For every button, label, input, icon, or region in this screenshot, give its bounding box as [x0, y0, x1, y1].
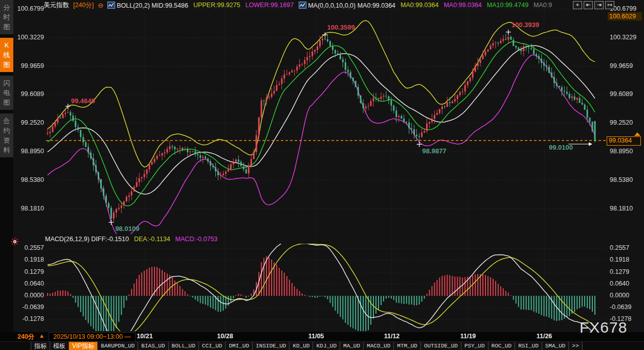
x-date-10/28: 10/28: [217, 333, 233, 340]
header-indicator-text: LOWER:99.1697: [246, 2, 294, 9]
macd-pane[interactable]: [47, 240, 595, 332]
sidebar-item-3[interactable]: 合 约 资 料: [0, 113, 13, 157]
toolbar-item-barupdnud[interactable]: BARUPDN_UD: [98, 342, 138, 350]
macd-tick-right-4: 0.0000: [610, 292, 629, 299]
collapse-icon[interactable]: ⊖: [98, 2, 103, 9]
brand-watermark: FX678: [580, 319, 627, 336]
chart-canvas[interactable]: 99.464998.0109100.359998.9877100.393999.…: [0, 0, 644, 332]
toolbar-item-[interactable]: 模板: [50, 342, 69, 350]
price-tick-right-5: 98.8950: [610, 148, 633, 155]
macd-tick-right-1: 0.1918: [610, 256, 629, 263]
macd-indicator-values: MACD(26,12,9) DIFF:-0.1510DEA:-0.1134MAC…: [45, 236, 217, 243]
toolbar-item-outsideud[interactable]: OUTSIDE_UD: [421, 342, 461, 350]
diff-line: [48, 240, 595, 332]
macd-tick-left-2: 0.1279: [14, 268, 44, 275]
macd-tick-left-6: -0.1278: [14, 315, 44, 322]
header-indicator-value: UPPER:99.9275: [193, 2, 240, 9]
header-indicator-value: MA10:99.4749: [487, 2, 528, 9]
toolbar-item-vip[interactable]: VIP指标: [69, 342, 98, 350]
period-label[interactable]: [240分]: [73, 1, 94, 10]
boll-mid-line: [48, 45, 595, 194]
x-axis-row: 240分 ▲ 2025/10/13 09:00~13:00 — 10/2110/…: [0, 332, 644, 341]
chart-header: 美元指数 [240分] ⊖ BOLL(20,2) MID:99.5486UPPE…: [43, 1, 552, 9]
price-tick-right-2: 99.9659: [610, 62, 633, 69]
toolbar-item-cciud[interactable]: CCI_UD: [199, 342, 226, 350]
toolbar-item-rsiud[interactable]: RSI_UD: [515, 342, 542, 350]
move-icon[interactable]: +: [573, 1, 582, 9]
toolbar-item-[interactable]: 指标: [31, 342, 50, 350]
header-indicator-text: MA(0,0,0,10,0,0) MA0:99.0364: [308, 2, 395, 9]
macd-tick-right-2: 0.1279: [610, 268, 629, 275]
expand-x-axis-icon[interactable]: ⇥: [594, 1, 604, 9]
price-pane[interactable]: [47, 20, 596, 238]
header-indicator-text: BOLL(20,2) MID:99.5486: [117, 2, 188, 9]
compress-x-axis-icon[interactable]: ⇤: [584, 1, 593, 9]
indicator-toolbar: 指标模板VIP指标BARUPDN_UDBIAS_UDBOLL_UDCCI_UDD…: [0, 341, 644, 350]
toolbar-item-psyud[interactable]: PSY_UD: [461, 342, 488, 350]
toolbar-item-mtmud[interactable]: MTM_UD: [394, 342, 421, 350]
header-indicator-text: UPPER:99.9275: [193, 2, 240, 9]
header-indicator-text: MA0:99.0364: [401, 2, 438, 9]
candles-layer: [47, 32, 596, 223]
macd-tick-right-5: -0.0639: [610, 304, 631, 311]
header-indicator-text: MA0:9: [534, 2, 552, 9]
pan-right-icon[interactable]: ↦: [605, 1, 614, 9]
left-sidebar: 分 时 图K 线 图闪 电 图合 约 资 料: [0, 0, 13, 332]
sidebar-item-0[interactable]: 分 时 图: [0, 0, 13, 34]
x-date-11/26: 11/26: [537, 333, 552, 340]
x-date-11/12: 11/12: [384, 333, 400, 340]
app-window: 分 时 图K 线 图闪 电 图合 约 资 料 美元指数 [240分] ⊖ BOL…: [0, 0, 644, 350]
macd-indicator-text: MACD:-0.0753: [175, 236, 218, 243]
toolbar-item-macdud[interactable]: MACD_UD: [364, 342, 394, 350]
toolbar-item-kdjud[interactable]: KDJ_UD: [313, 342, 340, 350]
macd-indicator-text: DEA:-0.1134: [134, 236, 170, 243]
header-indicator-text: MA10:99.4749: [487, 2, 528, 9]
indicator-chip-icon[interactable]: [299, 2, 306, 9]
toolbar-item-insideud[interactable]: INSIDE_UD: [253, 342, 290, 350]
toolbar-item-biasud[interactable]: BIAS_UD: [138, 342, 168, 350]
header-indicator-value: LOWER:99.1697: [246, 2, 294, 9]
macd-indicator-text: MACD(26,12,9) DIFF:-0.1510: [45, 236, 129, 243]
period-up-icon[interactable]: ▲: [39, 333, 45, 339]
toolbar-item->>[interactable]: >>: [569, 342, 582, 350]
price-tick-left-2: 99.9659: [14, 62, 44, 69]
annotation-100.3939: 100.3939: [512, 21, 539, 29]
price-tick-right-3: 99.6089: [610, 90, 633, 98]
macd-tick-left-3: 0.0640: [14, 280, 44, 287]
price-tick-left-7: 98.1810: [14, 205, 44, 212]
toolbar-item-bollud[interactable]: BOLL_UD: [169, 342, 199, 350]
annotation-99.4649: 99.4649: [71, 97, 95, 105]
header-indicator-text: MA0:99.0364: [443, 2, 481, 9]
session-high-label: 100.6029: [608, 12, 642, 20]
header-indicator-value: MA0:99.0364: [443, 2, 481, 9]
price-tick-left-1: 100.3229: [14, 34, 44, 41]
price-tick-left-5: 98.8950: [14, 148, 44, 155]
dea-line: [48, 244, 595, 332]
toolbar-item-smaud[interactable]: SMA_UD: [542, 342, 569, 350]
macd-tick-left-5: -0.0639: [14, 304, 44, 311]
annotation-100.3599: 100.3599: [327, 24, 355, 31]
x-date-10/21: 10/21: [137, 333, 152, 340]
header-indicator-value: MA0:9: [534, 2, 552, 9]
annotation-98.0109: 98.0109: [115, 225, 139, 232]
indicator-chip-icon[interactable]: [107, 2, 115, 9]
annotation-98.9877: 98.9877: [423, 147, 447, 155]
date-range-box[interactable]: 2025/10/13 09:00~13:00 —: [49, 332, 136, 342]
toolbar-item-maud[interactable]: MA_UD: [340, 342, 364, 350]
sidebar-item-2[interactable]: 闪 电 图: [0, 76, 13, 110]
toolbar-item-kdud[interactable]: KD_UD: [290, 342, 313, 350]
macd-tick-right-3: 0.0640: [610, 280, 629, 287]
price-tick-right-7: 98.1810: [610, 205, 633, 212]
sidebar-item-1[interactable]: K 线 图: [0, 38, 13, 72]
macd-tick-left-1: 0.1918: [14, 256, 44, 263]
price-tick-left-0: 100.6799: [14, 5, 44, 12]
macd-settings-icon[interactable]: [11, 238, 19, 248]
header-indicator-value: MA0:99.0364: [401, 2, 438, 9]
header-indicator-value: BOLL(20,2) MID:99.5486: [107, 2, 188, 9]
x-date-11/19: 11/19: [460, 333, 476, 340]
toolbar-item-dmiud[interactable]: DMI_UD: [226, 342, 253, 350]
bottom-period-selector[interactable]: 240分: [17, 333, 34, 341]
price-tick-left-3: 99.6089: [14, 90, 44, 98]
last-price-label: 99.0364: [607, 136, 641, 146]
toolbar-item-rocud[interactable]: ROC_UD: [488, 342, 516, 350]
